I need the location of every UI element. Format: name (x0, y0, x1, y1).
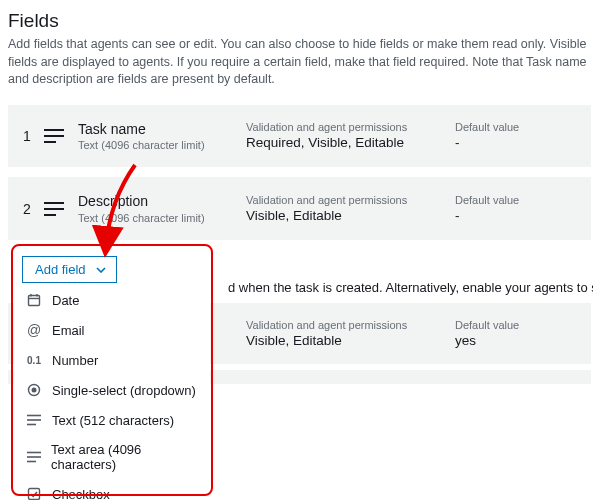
text-icon (40, 201, 68, 217)
help-text: Add fields that agents can see or edit. … (8, 36, 591, 89)
chevron-down-icon (96, 267, 106, 273)
menu-item-checkbox[interactable]: Checkbox (14, 479, 210, 500)
default-header: Default value (455, 319, 545, 331)
radio-icon (26, 382, 42, 398)
menu-item-email[interactable]: @ Email (14, 315, 210, 345)
validation-header: Validation and agent permissions (246, 319, 451, 331)
field-row[interactable]: 1 Task name Text (4096 character limit) … (8, 105, 591, 168)
default-value: - (455, 135, 545, 150)
validation-value: Visible, Editable (246, 208, 451, 223)
field-subtype: Text (4096 character limit) (78, 139, 242, 151)
page-title: Fields (8, 10, 591, 32)
text-icon (26, 449, 41, 465)
validation-value: Required, Visible, Editable (246, 135, 451, 150)
field-name: Task name (78, 121, 242, 138)
field-row[interactable]: 2 Description Text (4096 character limit… (8, 177, 591, 240)
svg-point-11 (32, 388, 37, 393)
menu-item-date[interactable]: Date (14, 285, 210, 315)
number-icon: 0.1 (26, 352, 42, 368)
add-field-label: Add field (35, 262, 86, 277)
text-icon (40, 128, 68, 144)
menu-item-label: Text area (4096 characters) (51, 442, 200, 472)
default-value: - (455, 208, 545, 223)
add-field-button[interactable]: Add field (22, 256, 117, 283)
menu-item-label: Email (52, 323, 85, 338)
menu-item-label: Single-select (dropdown) (52, 383, 196, 398)
default-header: Default value (455, 121, 545, 133)
menu-item-textarea[interactable]: Text area (4096 characters) (14, 435, 210, 479)
row-number: 1 (18, 128, 36, 144)
at-icon: @ (26, 322, 42, 338)
menu-item-text[interactable]: Text (512 characters) (14, 405, 210, 435)
validation-header: Validation and agent permissions (246, 121, 451, 133)
menu-item-label: Date (52, 293, 79, 308)
validation-header: Validation and agent permissions (246, 194, 451, 206)
validation-value: Visible, Editable (246, 333, 451, 348)
menu-item-label: Number (52, 353, 98, 368)
menu-item-number[interactable]: 0.1 Number (14, 345, 210, 375)
text-icon (26, 412, 42, 428)
calendar-icon (26, 292, 42, 308)
svg-rect-6 (29, 296, 40, 306)
field-name: Description (78, 193, 242, 210)
menu-item-label: Checkbox (52, 487, 110, 501)
menu-item-label: Text (512 characters) (52, 413, 174, 428)
default-header: Default value (455, 194, 545, 206)
default-value: yes (455, 333, 545, 348)
menu-item-single-select[interactable]: Single-select (dropdown) (14, 375, 210, 405)
svg-rect-18 (29, 489, 40, 500)
row-number: 2 (18, 201, 36, 217)
field-subtype: Text (4096 character limit) (78, 212, 242, 224)
add-field-menu: Date @ Email 0.1 Number Single-select (d… (14, 285, 210, 500)
checkbox-icon (26, 486, 42, 500)
